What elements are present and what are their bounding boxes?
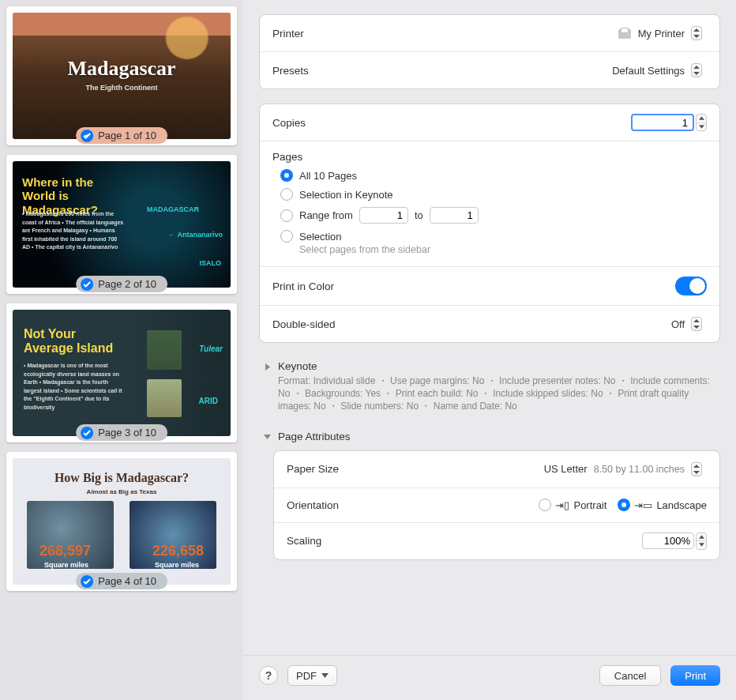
page-thumbnail[interactable]: Where in the World is Madagascar? • Mada… <box>6 155 237 294</box>
thumbnail-label: Page 3 of 10 <box>98 427 156 438</box>
print-color-row: Print in Color <box>260 266 719 305</box>
printer-value: My Printer <box>638 28 685 40</box>
page-thumbnail[interactable]: How Big is Madagascar? Almost as Big as … <box>6 452 237 591</box>
copies-label: Copies <box>272 117 306 129</box>
printer-label: Printer <box>272 28 304 40</box>
keynote-disclosure[interactable]: Keynote Format: Individual slide ・ Use p… <box>261 357 719 416</box>
updown-icon <box>691 462 702 476</box>
print-color-toggle[interactable] <box>675 277 707 295</box>
print-button[interactable]: Print <box>670 665 720 686</box>
pages-selection-app-radio[interactable]: Selection in Keynote <box>280 188 707 201</box>
cancel-label: Cancel <box>614 670 646 682</box>
pages-selection-label: Selection <box>299 231 341 243</box>
range-to-input[interactable] <box>430 207 479 224</box>
copies-pages-panel: Copies Pages All 10 Pages <box>259 103 720 343</box>
print-color-label: Print in Color <box>272 280 334 292</box>
help-button[interactable]: ? <box>259 666 278 685</box>
scaling-label: Scaling <box>287 535 321 547</box>
radio-icon <box>618 499 630 511</box>
thumbnail-badge[interactable]: Page 4 of 10 <box>76 573 167 589</box>
double-sided-value: Off <box>671 318 685 330</box>
radio-icon <box>280 209 293 222</box>
portrait-icon: ⇥▯ <box>555 499 569 511</box>
checkmark-icon <box>81 427 93 439</box>
dialog-footer: ? PDF Cancel Print <box>243 655 736 700</box>
stepper-up-icon[interactable] <box>697 533 706 541</box>
scaling-stepper[interactable] <box>696 533 707 550</box>
updown-icon <box>691 317 702 331</box>
slide-preview-4: How Big is Madagascar? Almost as Big as … <box>13 458 231 585</box>
thumbnail-label: Page 1 of 10 <box>98 130 156 141</box>
orientation-row: Orientation ⇥▯ Portrait ⇥▭ Landscape <box>274 487 719 522</box>
scaling-row: Scaling <box>274 522 719 559</box>
double-sided-label: Double-sided <box>272 318 336 330</box>
presets-popup[interactable]: Default Settings <box>607 62 707 79</box>
paper-size-dim: 8.50 by 11.00 inches <box>594 464 685 475</box>
slide-preview-2: Where in the World is Madagascar? • Mada… <box>13 161 231 288</box>
page-attributes-disclosure[interactable]: Page Attributes <box>261 427 719 446</box>
page-thumbnail[interactable]: Madagascar The Eighth Continent Page 1 o… <box>6 6 237 145</box>
radio-icon <box>280 169 293 182</box>
orientation-portrait-label: Portrait <box>573 499 606 511</box>
pages-selection-app-label: Selection in Keynote <box>299 189 393 201</box>
thumbnail-badge[interactable]: Page 3 of 10 <box>76 424 167 441</box>
printer-presets-panel: Printer My Printer Presets Default Setti… <box>259 14 720 89</box>
pages-label: Pages <box>272 151 707 163</box>
range-to-label: to <box>415 209 423 221</box>
page-thumbnail[interactable]: Not Your Average Island • Madagascar is … <box>6 303 237 442</box>
updown-icon <box>691 63 702 77</box>
orientation-landscape-radio[interactable]: ⇥▭ Landscape <box>618 499 707 511</box>
stepper-down-icon[interactable] <box>697 122 706 131</box>
landscape-icon: ⇥▭ <box>634 499 652 511</box>
thumbnail-badge[interactable]: Page 1 of 10 <box>76 127 167 144</box>
range-from-input[interactable] <box>359 207 408 224</box>
paper-size-label: Paper Size <box>287 463 339 475</box>
pdf-label: PDF <box>296 670 317 682</box>
stepper-up-icon[interactable] <box>697 115 706 122</box>
orientation-portrait-radio[interactable]: ⇥▯ Portrait <box>539 499 606 511</box>
pdf-button[interactable]: PDF <box>287 665 337 686</box>
presets-value: Default Settings <box>612 65 685 77</box>
page-thumbnail-sidebar: Madagascar The Eighth Continent Page 1 o… <box>0 0 243 700</box>
chevron-right-icon <box>262 362 272 371</box>
orientation-label: Orientation <box>287 499 339 511</box>
paper-size-popup[interactable]: US Letter 8.50 by 11.00 inches <box>539 461 707 478</box>
pages-all-label: All 10 Pages <box>299 170 357 182</box>
presets-row: Presets Default Settings <box>260 51 719 88</box>
chevron-down-icon <box>262 432 272 442</box>
radio-icon <box>280 230 293 243</box>
pages-range-radio[interactable]: Range from to <box>280 207 707 224</box>
updown-icon <box>691 26 702 40</box>
keynote-desc: Format: Individual slide ・ Use page marg… <box>278 374 717 413</box>
thumbnail-label: Page 4 of 10 <box>98 575 156 587</box>
keynote-title: Keynote <box>278 360 717 372</box>
printer-popup[interactable]: My Printer <box>613 24 707 42</box>
printer-row: Printer My Printer <box>260 15 719 51</box>
orientation-landscape-label: Landscape <box>656 499 707 511</box>
cancel-button[interactable]: Cancel <box>599 665 661 686</box>
copies-stepper[interactable] <box>696 114 707 131</box>
checkmark-icon <box>81 575 93 588</box>
scaling-input[interactable] <box>642 533 694 549</box>
checkmark-icon <box>81 278 93 291</box>
radio-icon <box>539 499 551 511</box>
pages-selection-radio[interactable]: Selection <box>280 230 707 243</box>
checkmark-icon <box>81 130 93 142</box>
print-label: Print <box>685 670 706 682</box>
double-sided-popup[interactable]: Off <box>667 315 707 333</box>
slide-preview-3: Not Your Average Island • Madagascar is … <box>13 310 231 436</box>
presets-label: Presets <box>272 65 309 77</box>
stepper-down-icon[interactable] <box>697 540 706 549</box>
paper-size-value: US Letter <box>544 463 588 475</box>
copies-row: Copies <box>260 104 719 141</box>
copies-input[interactable] <box>631 114 694 131</box>
pages-all-radio[interactable]: All 10 Pages <box>280 169 707 182</box>
slide-preview-1: Madagascar The Eighth Continent <box>13 13 231 139</box>
printer-icon <box>618 28 632 39</box>
pages-selection-hint: Select pages from the sidebar <box>299 244 707 255</box>
pages-row: Pages All 10 Pages Selection in Keynote … <box>260 141 719 266</box>
thumbnail-badge[interactable]: Page 2 of 10 <box>76 276 167 292</box>
double-sided-row: Double-sided Off <box>260 305 719 342</box>
page-attributes-panel: Paper Size US Letter 8.50 by 11.00 inche… <box>273 450 720 560</box>
radio-icon <box>280 188 293 201</box>
